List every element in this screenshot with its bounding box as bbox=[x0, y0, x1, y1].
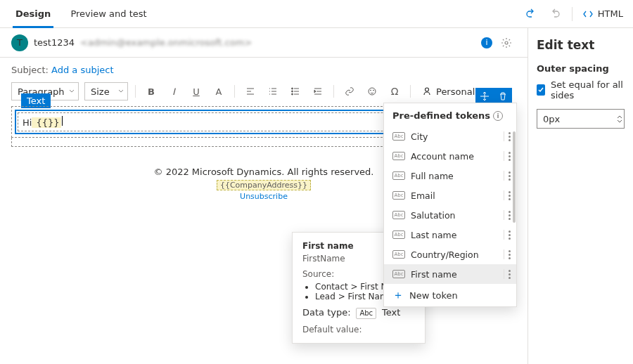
panel-title: Edit text bbox=[537, 38, 625, 52]
datatype-icon: Abc bbox=[356, 308, 376, 319]
checkbox-icon bbox=[537, 84, 545, 96]
ellipsis-icon bbox=[509, 171, 511, 181]
html-view-button[interactable]: HTML bbox=[580, 8, 626, 20]
text-type-icon: Abc bbox=[392, 250, 405, 259]
company-address-token[interactable]: {{CompanyAddress}} bbox=[217, 180, 311, 190]
svg-point-3 bbox=[292, 93, 293, 95]
subject-label: Subject: bbox=[11, 65, 49, 75]
subject-row: Subject: Add a subject bbox=[0, 58, 528, 79]
text-type-icon: Abc bbox=[392, 270, 405, 278]
editor-area: T test1234 <admin@example.onmicrosoft.co… bbox=[0, 28, 528, 364]
link-button[interactable] bbox=[341, 82, 358, 100]
top-tab-bar: Design Preview and test HTML bbox=[0, 0, 633, 28]
ellipsis-icon bbox=[509, 250, 511, 259]
token-item-more[interactable] bbox=[504, 171, 511, 181]
chevron-down-icon bbox=[617, 119, 622, 124]
font-color-button[interactable]: A bbox=[210, 82, 227, 100]
text-type-icon: Abc bbox=[392, 211, 405, 219]
token-item-label: First name bbox=[411, 269, 498, 280]
token-item-label: Salutation bbox=[411, 210, 498, 221]
spinner-buttons[interactable] bbox=[617, 115, 622, 124]
token-item-more[interactable] bbox=[504, 210, 511, 220]
ellipsis-icon bbox=[509, 270, 511, 279]
svg-point-2 bbox=[292, 91, 293, 92]
svg-point-0 bbox=[505, 41, 508, 44]
token-item[interactable]: Abc Last name bbox=[384, 225, 516, 245]
emoji-button[interactable] bbox=[364, 82, 381, 100]
special-char-button[interactable]: Ω bbox=[386, 82, 403, 100]
tab-preview[interactable]: Preview and test bbox=[68, 0, 149, 28]
text-type-icon: Abc bbox=[392, 132, 405, 141]
token-item[interactable]: Abc First name bbox=[384, 264, 516, 284]
bold-button[interactable]: B bbox=[143, 82, 160, 100]
sender-email: <admin@example.onmicrosoft.com> bbox=[80, 37, 252, 48]
token-item-more[interactable] bbox=[504, 151, 511, 161]
token-item-label: City bbox=[411, 131, 498, 142]
tab-design[interactable]: Design bbox=[13, 0, 53, 28]
tokens-panel-title: Pre-defined tokens i bbox=[384, 103, 516, 126]
svg-point-1 bbox=[292, 88, 293, 89]
indent-button[interactable] bbox=[309, 82, 326, 100]
token-item[interactable]: Abc Account name bbox=[384, 146, 516, 166]
svg-point-7 bbox=[426, 88, 429, 91]
bullet-list-button[interactable] bbox=[287, 82, 304, 100]
token-item[interactable]: Abc Salutation bbox=[384, 205, 516, 225]
new-token-button[interactable]: ＋ New token bbox=[384, 284, 516, 302]
outer-spacing-label: Outer spacing bbox=[537, 63, 625, 74]
redo-button[interactable] bbox=[545, 4, 565, 24]
token-item-label: Email bbox=[411, 190, 498, 201]
token-item[interactable]: Abc Full name bbox=[384, 166, 516, 186]
ellipsis-icon bbox=[509, 191, 511, 200]
token-item-more[interactable] bbox=[504, 269, 511, 279]
text-type-icon: Abc bbox=[392, 230, 405, 239]
popover-title: First name bbox=[302, 241, 354, 251]
token-item-label: Full name bbox=[411, 171, 498, 181]
size-dropdown[interactable]: Size bbox=[84, 82, 128, 100]
equal-sides-checkbox-row[interactable]: Set equal for all sides bbox=[537, 79, 625, 100]
popover-default-label: Default value: bbox=[302, 325, 415, 334]
ellipsis-icon bbox=[509, 152, 511, 161]
token-item[interactable]: Abc Email bbox=[384, 186, 516, 205]
predefined-tokens-panel: Pre-defined tokens i Abc City Abc Accoun… bbox=[383, 103, 517, 307]
token-item[interactable]: Abc Country/Region bbox=[384, 245, 516, 264]
plus-icon: ＋ bbox=[392, 290, 404, 301]
token-item[interactable]: Abc City bbox=[384, 126, 516, 146]
token-item-label: Country/Region bbox=[411, 249, 498, 260]
ellipsis-icon bbox=[509, 132, 511, 141]
undo-button[interactable] bbox=[521, 4, 541, 24]
spacing-input[interactable]: 0px bbox=[537, 109, 625, 129]
token-item-more[interactable] bbox=[504, 230, 511, 240]
settings-icon[interactable] bbox=[497, 33, 516, 53]
token-item-more[interactable] bbox=[504, 190, 511, 200]
text-type-icon: Abc bbox=[392, 171, 405, 180]
sender-avatar: T bbox=[11, 34, 28, 51]
ellipsis-icon bbox=[509, 230, 511, 240]
text-type-icon: Abc bbox=[392, 152, 405, 160]
token-item-more[interactable] bbox=[504, 249, 511, 259]
token-item-more[interactable] bbox=[504, 131, 511, 141]
tokens-scrollbar[interactable] bbox=[513, 131, 516, 307]
unsubscribe-link[interactable]: Unsubscribe bbox=[240, 192, 288, 201]
equal-sides-label: Set equal for all sides bbox=[551, 79, 625, 100]
token-placeholder[interactable]: {{}} bbox=[32, 117, 60, 128]
numbered-list-button[interactable] bbox=[264, 82, 281, 100]
properties-panel: Edit text Outer spacing Set equal for al… bbox=[528, 28, 633, 364]
chevron-up-icon bbox=[617, 115, 622, 119]
subject-input[interactable]: Add a subject bbox=[51, 65, 114, 75]
svg-point-4 bbox=[369, 88, 376, 95]
svg-point-5 bbox=[371, 90, 371, 91]
sender-name: test1234 bbox=[34, 37, 75, 48]
info-icon[interactable]: i bbox=[481, 37, 492, 48]
underline-button[interactable]: U bbox=[188, 82, 205, 100]
token-item-label: Account name bbox=[411, 151, 498, 162]
svg-point-6 bbox=[373, 90, 374, 91]
align-button[interactable] bbox=[242, 82, 259, 100]
text-type-icon: Abc bbox=[392, 191, 405, 200]
popover-datatype: Data type: Abc Text bbox=[302, 307, 415, 319]
help-icon[interactable]: i bbox=[493, 111, 503, 121]
ellipsis-icon bbox=[509, 211, 511, 220]
italic-button[interactable]: I bbox=[165, 82, 182, 100]
token-item-label: Last name bbox=[411, 230, 498, 240]
from-row: T test1234 <admin@example.onmicrosoft.co… bbox=[0, 28, 528, 58]
top-right-actions: HTML bbox=[521, 4, 626, 24]
